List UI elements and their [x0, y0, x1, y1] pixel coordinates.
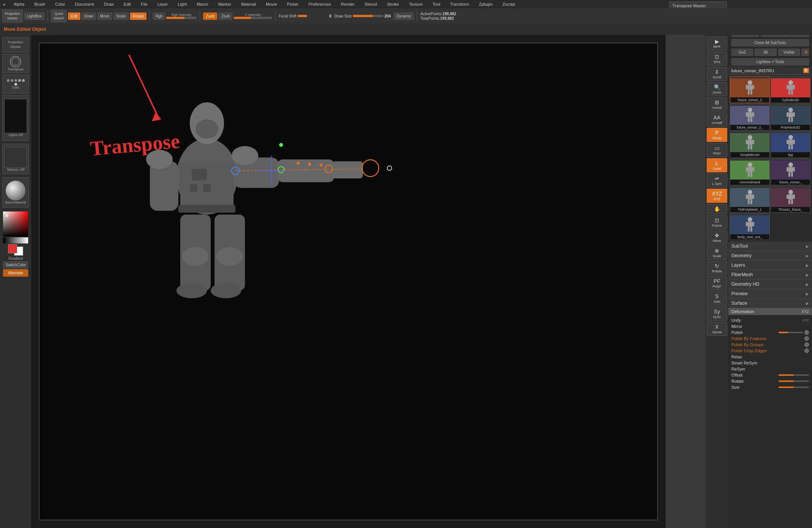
mr-btn-floor[interactable]: ▭Floor	[707, 143, 727, 157]
canvas-area[interactable]: Transpose	[31, 35, 666, 528]
focal-shift-slider[interactable]	[298, 15, 328, 17]
menu-item-document[interactable]: Document	[73, 1, 95, 7]
z-intensity-slider[interactable]	[234, 17, 272, 19]
deform-dot-2[interactable]	[804, 330, 809, 335]
menu-item-draw[interactable]: Draw	[102, 1, 115, 7]
menu-item-transform[interactable]: Transform	[448, 1, 470, 7]
menu-item-material[interactable]: Material	[240, 1, 257, 7]
rotate-btn[interactable]: Rotate	[130, 13, 146, 20]
mr-btn-frame[interactable]: ⊡Frame	[707, 215, 727, 229]
mr-btn-sysc[interactable]: SySySc	[707, 307, 727, 321]
menu-item-color[interactable]: Color	[54, 1, 67, 7]
menu-item-tool[interactable]: Tool	[431, 1, 442, 7]
menu-item-marker[interactable]: Marker	[217, 1, 233, 7]
fg-color[interactable]	[8, 244, 17, 253]
quick-sketch-btn[interactable]: Quick Sketch	[51, 10, 67, 22]
deform-dot-3[interactable]	[804, 336, 809, 341]
mr-btn-bpr[interactable]: ▶BPR	[707, 37, 727, 51]
projection-master-ls[interactable]: Projection Master	[2, 37, 29, 52]
mr-btn-zoom[interactable]: 🔍Zoom	[707, 82, 727, 96]
menu-item-layer[interactable]: Layer	[156, 1, 170, 7]
subtool-item-6[interactable]: ArmAndHand	[730, 159, 770, 185]
menu-item-macro[interactable]: Macro	[195, 1, 210, 7]
menu-item-render[interactable]: Render	[339, 1, 356, 7]
mr-btn-local[interactable]: LLocal	[707, 158, 727, 172]
bw-gradient[interactable]	[3, 237, 28, 243]
mr-btn-scroll[interactable]: ⇕Scroll	[707, 67, 727, 81]
subtool-item-9[interactable]: TPose1_future_	[771, 186, 810, 213]
mr-btn-hand1[interactable]: ✋	[707, 204, 727, 214]
subtool-item-1[interactable]: Cylinder3D	[771, 76, 810, 103]
menu-item-picker[interactable]: Picker	[285, 1, 300, 7]
deform-slider-11[interactable]	[779, 386, 809, 388]
canvas-inner[interactable]: Transpose	[39, 43, 658, 520]
menu-item-preferences[interactable]: Preferences	[307, 1, 332, 7]
alternate-btn[interactable]: Alternate	[3, 269, 28, 277]
switch-color-btn[interactable]: SwitchColor	[3, 261, 28, 269]
alpha-off-ls[interactable]: Alpha Off	[2, 95, 29, 141]
transpose-ls[interactable]: Transpose	[2, 54, 29, 73]
mr-btn-aahalf[interactable]: AAAAHalf	[707, 113, 727, 127]
section-layers[interactable]: Layers▶	[728, 261, 812, 270]
goz-btn[interactable]: GoZ	[731, 49, 753, 56]
scale-btn[interactable]: Scale	[114, 13, 129, 20]
mr-btn-move[interactable]: ✥Move	[707, 231, 727, 245]
mr-btn-lsym[interactable]: ⇌L.Sym	[707, 173, 727, 188]
menu-item-brush[interactable]: Brush	[33, 1, 47, 7]
menu-item-stencil[interactable]: Stencil	[363, 1, 378, 7]
mr-btn-xpose[interactable]: XXpose	[707, 322, 727, 336]
menu-item-edit[interactable]: Edit	[122, 1, 132, 7]
move-btn[interactable]: Move	[97, 13, 112, 20]
menu-item-zplugin[interactable]: Zplugin	[477, 1, 494, 7]
mr-btn-spix[interactable]: ⊡SPix	[707, 52, 727, 66]
menu-item-zscript[interactable]: Zscript	[501, 1, 516, 7]
subtool-item-2[interactable]: future_roman_2_	[730, 104, 770, 130]
rgb-intensity-slider[interactable]	[166, 17, 197, 19]
mr-btn-scale[interactable]: ⊕Scale	[707, 246, 727, 260]
subtool-item-4[interactable]: SimpleBrush	[730, 131, 770, 158]
mr-btn-xyz[interactable]: XYZXYZ	[707, 189, 727, 203]
projection-master-btn[interactable]: Projection Master	[2, 10, 23, 22]
mr-btn-polyf[interactable]: PFPolyF	[707, 276, 727, 290]
clone-all-subtools-btn[interactable]: Clone All SubTools	[731, 39, 809, 46]
menu-item-alpha[interactable]: Alpha	[12, 1, 26, 7]
deform-dot-4[interactable]	[804, 342, 809, 347]
draw-size-slider[interactable]	[353, 15, 383, 17]
menu-item-movie[interactable]: Movie	[264, 1, 278, 7]
visible-btn[interactable]: Visible	[778, 49, 800, 56]
deform-slider-9[interactable]	[779, 374, 809, 376]
mr-btn-rotate[interactable]: ↻Rotate	[707, 261, 727, 275]
deform-slider-2[interactable]	[779, 332, 803, 333]
color-gradient-swatch[interactable]	[3, 212, 28, 237]
r-btn[interactable]: R	[801, 49, 809, 56]
menu-item-stroke[interactable]: Stroke	[385, 1, 400, 7]
section-fibermesh[interactable]: FiberMesh▶	[728, 270, 812, 280]
mr-btn-solo[interactable]: SSolo	[707, 291, 727, 305]
all-btn[interactable]: All	[755, 49, 776, 56]
subtool-item-10[interactable]: body_new_uvs_	[730, 213, 770, 240]
draw-btn[interactable]: Draw	[82, 13, 96, 20]
section-subtool[interactable]: SubTool▶	[728, 242, 812, 251]
mr-btn-persp[interactable]: PPersp	[707, 128, 727, 142]
mr-btn-actual[interactable]: ⊞Actual	[707, 97, 727, 111]
subtool-item-3[interactable]: PolyMesh3D	[771, 104, 810, 130]
subtool-item-7[interactable]: future_roman_	[771, 159, 810, 185]
subtool-item-5[interactable]: leg	[771, 131, 810, 158]
menu-item-light[interactable]: Light	[176, 1, 188, 7]
texture-off-ls[interactable]: Texture: Off	[2, 144, 29, 174]
section-surface[interactable]: Surface▶	[728, 299, 812, 308]
lightbox-tools-btn[interactable]: Lightbox > Tools	[731, 58, 809, 65]
menu-item-texture[interactable]: Texture	[407, 1, 424, 7]
dynamic-btn[interactable]: Dynamic	[394, 13, 414, 20]
menu-item-file[interactable]: File	[139, 1, 149, 7]
section-geometry_hd[interactable]: Geometry HD▶	[728, 280, 812, 289]
deform-slider-10[interactable]	[779, 380, 809, 382]
deformation-header[interactable]: DeformationXYZ	[728, 308, 812, 315]
rgb-btn[interactable]: Rgb	[153, 13, 165, 20]
material-ls[interactable]: BasicMaterial	[2, 177, 29, 208]
zadd-btn[interactable]: Zadd	[203, 13, 217, 20]
deform-dot-5[interactable]	[804, 348, 809, 353]
subtool-item-8[interactable]: TMPolyMesh_1	[730, 186, 770, 213]
zsub-btn[interactable]: Zsub	[219, 13, 232, 20]
section-geometry[interactable]: Geometry▶	[728, 251, 812, 261]
